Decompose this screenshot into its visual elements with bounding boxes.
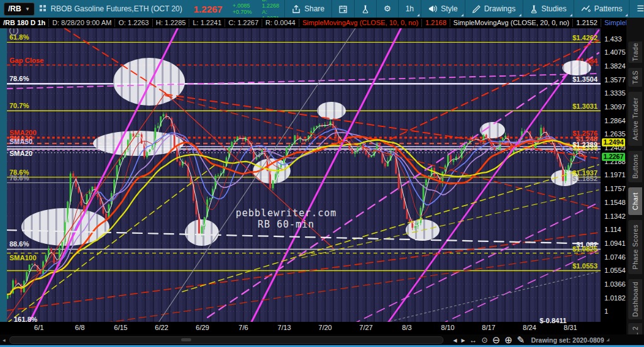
- date-tick: 6/29: [196, 324, 209, 331]
- zoom-out-icon[interactable]: ⊖: [492, 336, 501, 344]
- thinkorswim-window: /RB ▼ RBOB Gasoline Futures,ETH (OCT 20)…: [0, 0, 644, 347]
- price-tick: 1.0941: [604, 240, 626, 247]
- chart-canvas[interactable]: 61.8%$1.4262Gap Close$1.38478.6%$1.35047…: [7, 28, 601, 322]
- date-tick: 8/17: [482, 324, 495, 331]
- style-icon: [428, 5, 437, 13]
- header-cell: O: 1.2263: [115, 19, 152, 27]
- price-tick: 1.114: [604, 226, 621, 233]
- page-left-icon[interactable]: ◂: [453, 336, 457, 344]
- chart-nav-icons: ◂▸↔⊙⊖⊕✎: [453, 336, 525, 344]
- price-tick: 1.2635: [604, 130, 626, 138]
- zoom-in-icon[interactable]: ⊕: [504, 336, 513, 344]
- svg-text:$1.2389: $1.2389: [572, 141, 597, 148]
- svg-text:$1.3504: $1.3504: [572, 75, 598, 83]
- price-plot[interactable]: 61.8%$1.4262Gap Close$1.38478.6%$1.35047…: [7, 28, 601, 322]
- fib-161-label: 161.8%: [14, 316, 37, 323]
- svg-text:88.6%: 88.6%: [9, 240, 29, 248]
- header-cell: L: 1.2241: [189, 19, 225, 27]
- last-price: 1.2267: [194, 4, 223, 14]
- dropdown-corner-icon: [625, 14, 628, 16]
- date-axis[interactable]: 161.8% $-0.8411 6/16/86/156/226/297/67/1…: [0, 322, 626, 334]
- date-tick: 7/27: [359, 324, 372, 331]
- button-label: 1h: [406, 4, 414, 13]
- price-tick: 1.4075: [604, 48, 626, 56]
- fib-extension-price-label: $-0.8411: [540, 317, 567, 324]
- price-tick: 1.1757: [604, 185, 626, 192]
- scroll-left-icon[interactable]: ◂: [0, 337, 8, 343]
- net-change: +.0085: [233, 3, 252, 9]
- price-tick: 1.0746: [604, 253, 626, 261]
- tab-label: Phase Scores: [631, 224, 639, 269]
- svg-text:78.6%: 78.6%: [9, 174, 29, 182]
- svg-text:$1.3031: $1.3031: [572, 102, 597, 110]
- tab-label: T&S: [631, 70, 639, 84]
- drawings-button[interactable]: Drawings: [465, 0, 523, 18]
- pencil-icon: [472, 5, 480, 13]
- studies-button[interactable]: Studies: [523, 0, 574, 18]
- svg-text:$1.0825: $1.0825: [572, 245, 597, 253]
- symbol-input[interactable]: /RB ▼: [4, 3, 35, 16]
- gear-icon: ⚙: [384, 4, 391, 13]
- calendar-button[interactable]: [331, 0, 354, 18]
- header-cell: 1.2152: [573, 19, 601, 27]
- tab-dashboard[interactable]: Dashboard: [628, 279, 642, 319]
- beaker-icon: [530, 5, 538, 13]
- tab-label: Dashboard: [631, 282, 639, 317]
- button-label: Share: [304, 4, 325, 13]
- date-tick: 7/13: [277, 324, 291, 331]
- svg-text:$1.4262: $1.4262: [572, 34, 597, 41]
- price-tick: 1.3097: [604, 103, 626, 111]
- button-label: Style: [441, 4, 458, 13]
- draw-icon[interactable]: ✎: [517, 336, 525, 344]
- svg-text:pebblewriter.com: pebblewriter.com: [236, 207, 337, 219]
- tab-buttons[interactable]: Buttons: [628, 151, 642, 182]
- svg-text:70.7%: 70.7%: [9, 102, 29, 109]
- svg-text:SMA100: SMA100: [9, 254, 36, 262]
- svg-text:SMA20: SMA20: [9, 150, 33, 157]
- menu-icon: ☰: [636, 4, 644, 13]
- reset-icon[interactable]: ⊙: [482, 336, 488, 344]
- style-button[interactable]: Style: [421, 0, 465, 18]
- drawing-set-label[interactable]: Drawing set: 2020-0809: [531, 336, 604, 344]
- share-button[interactable]: Share: [284, 0, 331, 18]
- tab-t-s[interactable]: T&S: [628, 68, 642, 87]
- patterns-button[interactable]: Patterns: [574, 0, 630, 18]
- 1h-button[interactable]: 1h: [398, 0, 421, 18]
- tab-label: Active Trader: [631, 97, 639, 140]
- price-tick: 1.1548: [604, 199, 626, 206]
- tab-label: Chart: [631, 192, 639, 210]
- price-tick: 1.3577: [604, 76, 626, 84]
- date-tick: 8/10: [441, 324, 454, 331]
- header-cell: D: 8/28/20 9:00 AM: [49, 19, 115, 27]
- price-tick: 1.3824: [604, 62, 626, 70]
- flask-button[interactable]: [354, 0, 376, 18]
- date-tick: 8/31: [564, 324, 577, 331]
- svg-text:Gap Close: Gap Close: [9, 57, 43, 64]
- date-tick: 6/22: [155, 324, 168, 331]
- tab-phase-scores[interactable]: Phase Scores: [628, 220, 642, 274]
- tab-chart[interactable]: Chart: [628, 187, 642, 215]
- menu-button[interactable]: ☰: [629, 0, 644, 18]
- price-tick: 1.433: [604, 35, 622, 43]
- price-tick: 1: [604, 307, 608, 315]
- fit-width-icon[interactable]: ↔: [470, 336, 477, 344]
- tab-trade[interactable]: Trade: [628, 41, 642, 63]
- price-axis[interactable]: 1.4591.4331.40751.38241.35771.33351.3097…: [601, 18, 626, 334]
- chevron-down-icon: ▼: [25, 6, 30, 12]
- date-tick: 7/6: [238, 324, 248, 331]
- chart-header-row: /RB 180 D 1hD: 8/28/20 9:00 AMO: 1.2263H…: [0, 18, 626, 28]
- symbol-text: /RB: [8, 4, 21, 13]
- toolbar-buttons: Share⚙1hStyleDrawingsStudiesPatterns☰: [284, 0, 644, 18]
- chart-scrollbar[interactable]: [9, 336, 443, 344]
- tab-active-trader[interactable]: Active Trader: [628, 92, 642, 146]
- percent-change: +0.70%: [233, 9, 252, 15]
- header-cell: SimpleMovingAvg (CLOSE,...: [601, 19, 626, 27]
- link-grid-icon[interactable]: [40, 4, 46, 13]
- right-sidebar: TradeT&SActive TraderButtonsChartPhase S…: [626, 18, 644, 347]
- change-stack: +.0085 +0.70%: [228, 0, 257, 18]
- gear-button[interactable]: ⚙: [376, 0, 398, 18]
- instrument-description: RBOB Gasoline Futures,ETH (OCT 20): [51, 4, 182, 13]
- page-right-icon[interactable]: ▸: [462, 336, 465, 344]
- date-tick: 7/20: [318, 324, 331, 331]
- scrollbar-thumb[interactable]: [181, 338, 191, 341]
